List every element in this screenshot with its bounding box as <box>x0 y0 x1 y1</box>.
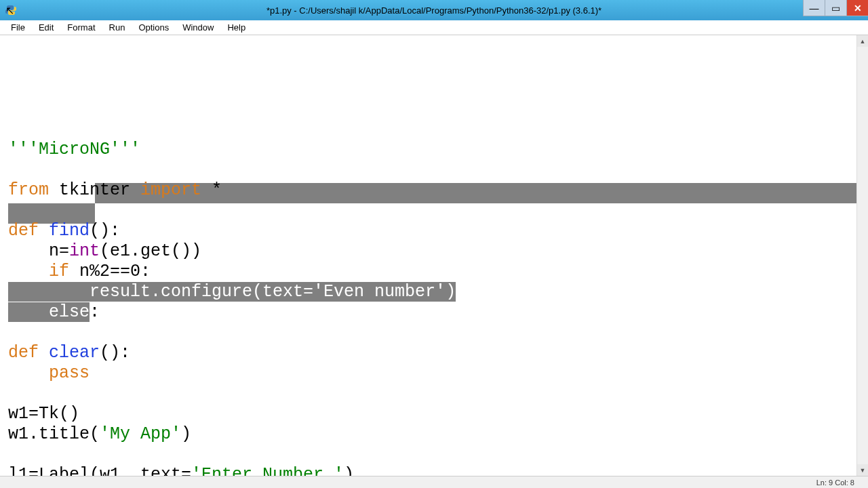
mouse-cursor-icon: ↖ <box>5 4 14 17</box>
menubar: File Edit Format Run Options Window Help <box>0 20 868 35</box>
cursor-position: Ln: 9 Col: 8 <box>816 479 854 487</box>
scroll-up-icon[interactable]: ▲ <box>857 35 868 47</box>
menu-edit[interactable]: Edit <box>32 21 60 34</box>
menu-options[interactable]: Options <box>132 21 176 34</box>
vertical-scrollbar[interactable]: ▲ ▼ <box>856 35 868 476</box>
scroll-down-icon[interactable]: ▼ <box>857 464 868 476</box>
titlebar: *p1.py - C:/Users/shajil k/AppData/Local… <box>0 0 868 20</box>
minimize-button[interactable]: — <box>803 0 825 16</box>
menu-help[interactable]: Help <box>220 21 252 34</box>
close-button[interactable]: ✕ <box>846 0 868 16</box>
statusbar: Ln: 9 Col: 8 <box>0 476 868 488</box>
menu-format[interactable]: Format <box>60 21 102 34</box>
menu-window[interactable]: Window <box>176 21 220 34</box>
window-title: *p1.py - C:/Users/shajil k/AppData/Local… <box>267 5 601 16</box>
maximize-button[interactable]: ▭ <box>825 0 846 16</box>
menu-file[interactable]: File <box>4 21 32 34</box>
code-editor[interactable]: '''MicroNG''' from tkinter import * def … <box>0 35 856 476</box>
menu-run[interactable]: Run <box>102 21 132 34</box>
